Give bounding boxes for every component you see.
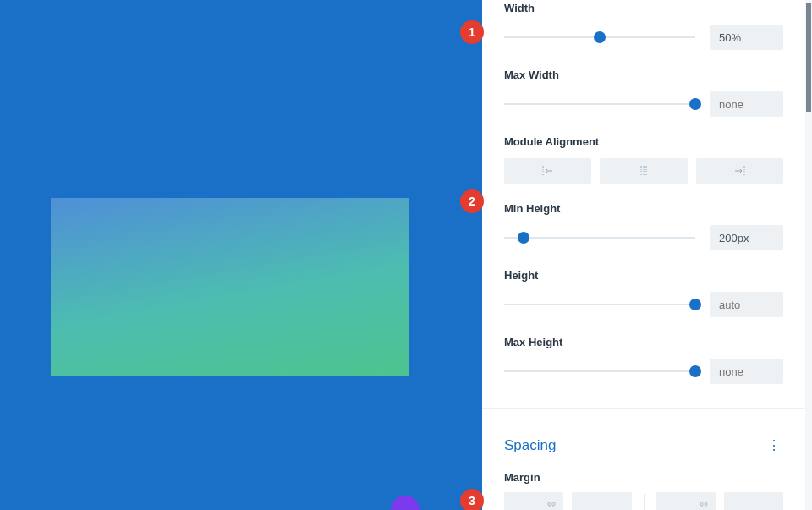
max-height-input[interactable] — [710, 359, 783, 384]
link-icon[interactable] — [699, 500, 709, 508]
settings-panel-scroll[interactable]: Width Max Width Module Alignme — [482, 0, 805, 510]
section-divider — [482, 408, 805, 409]
align-left-icon — [540, 165, 556, 177]
field-min-height: Min Height — [504, 202, 783, 250]
margin-separator — [644, 494, 645, 510]
width-input[interactable] — [710, 25, 783, 50]
min-height-slider[interactable] — [504, 233, 695, 243]
annotation-1: 1 — [460, 20, 484, 44]
spacing-section-header[interactable]: Spacing ⋮ — [504, 419, 783, 456]
align-center-icon — [636, 165, 651, 177]
max-width-input[interactable] — [710, 91, 783, 117]
settings-panel: Width Max Width Module Alignme — [482, 0, 812, 510]
height-label: Height — [504, 269, 783, 282]
margin-bottom-input[interactable] — [572, 492, 631, 510]
align-left-button[interactable] — [504, 158, 591, 184]
min-height-slider-thumb[interactable] — [518, 232, 529, 244]
link-icon[interactable] — [546, 500, 557, 508]
annotation-3: 3 — [460, 489, 484, 510]
min-height-label: Min Height — [504, 202, 783, 215]
margin-right-input[interactable] — [724, 492, 783, 510]
field-module-alignment: Module Alignment — [504, 135, 783, 184]
field-width: Width — [504, 2, 783, 50]
min-height-input[interactable] — [710, 225, 783, 250]
margin-top-input[interactable] — [504, 492, 563, 510]
height-slider[interactable] — [504, 299, 695, 310]
margin-left-input[interactable] — [656, 492, 716, 510]
panel-scrollbar-thumb[interactable] — [806, 3, 811, 112]
height-slider-thumb[interactable] — [689, 299, 701, 310]
annotation-2: 2 — [460, 189, 484, 213]
field-height: Height — [504, 269, 783, 317]
spacing-section-menu-icon[interactable]: ⋮ — [765, 437, 783, 454]
field-max-width: Max Width — [504, 69, 783, 117]
width-slider-thumb[interactable] — [594, 31, 606, 43]
preview-module[interactable] — [51, 198, 409, 376]
spacing-section-title: Spacing — [504, 437, 556, 454]
align-center-button[interactable] — [600, 158, 687, 184]
max-height-slider[interactable] — [504, 366, 695, 376]
field-max-height: Max Height — [504, 336, 783, 384]
align-right-button[interactable] — [696, 158, 783, 184]
module-alignment-label: Module Alignment — [504, 135, 783, 148]
max-width-slider-thumb[interactable] — [689, 98, 701, 110]
width-label: Width — [504, 2, 783, 14]
builder-canvas[interactable] — [0, 0, 482, 510]
max-height-slider-thumb[interactable] — [689, 365, 701, 377]
max-width-slider[interactable] — [504, 99, 695, 109]
width-slider[interactable] — [504, 32, 695, 42]
margin-label: Margin — [504, 471, 783, 484]
max-width-label: Max Width — [504, 69, 783, 81]
max-height-label: Max Height — [504, 336, 783, 348]
panel-scrollbar[interactable] — [805, 0, 812, 510]
height-input[interactable] — [710, 292, 783, 317]
module-settings-fab[interactable] — [391, 496, 420, 510]
align-right-icon — [732, 165, 747, 177]
field-margin: Margin Top — [504, 471, 783, 510]
